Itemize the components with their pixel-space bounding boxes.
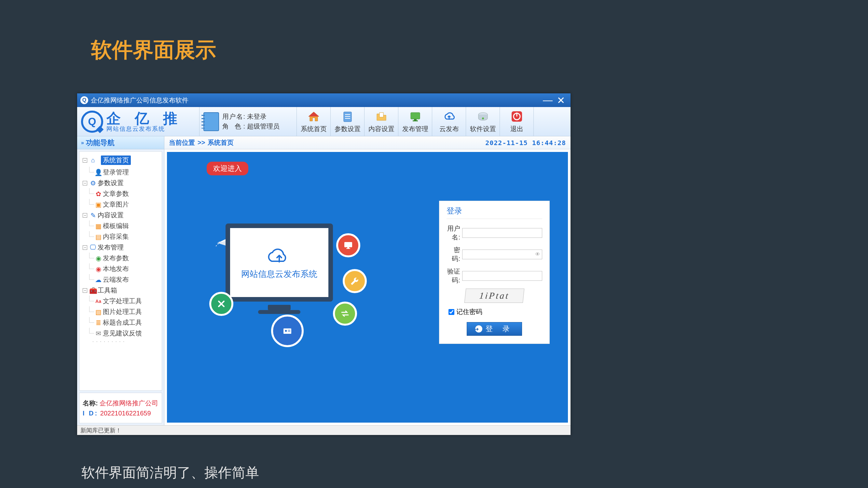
breadcrumb-timestamp: 2022-11-15 16:44:28 bbox=[485, 139, 566, 147]
toolbox-icon: 🧰 bbox=[90, 287, 96, 294]
toolbar-label: 软件设置 bbox=[470, 125, 496, 133]
bubble-swap-icon bbox=[333, 301, 357, 326]
svg-rect-4 bbox=[379, 112, 383, 117]
login-box: 登录 用户名: 密 码: 👁 验证码: bbox=[439, 201, 550, 344]
app-icon: Q bbox=[81, 96, 88, 104]
collapse-icon[interactable]: − bbox=[83, 158, 87, 163]
captcha-input[interactable] bbox=[462, 271, 542, 281]
breadcrumb-separator: >> bbox=[197, 139, 205, 147]
nav-label: 发布参数 bbox=[103, 254, 129, 263]
nav-item-title-tool[interactable]: ≣ 标题合成工具 bbox=[80, 317, 162, 328]
login-title: 登录 bbox=[446, 206, 542, 219]
nav-item-cloud-pub[interactable]: ☁ 云端发布 bbox=[80, 274, 162, 285]
collapse-icon[interactable]: − bbox=[83, 213, 87, 218]
nav-group-content[interactable]: − ✎ 内容设置 bbox=[80, 210, 162, 221]
nav-item-tpl-edit[interactable]: ▦ 模板编辑 bbox=[80, 221, 162, 231]
toolbar-label: 退出 bbox=[510, 125, 523, 133]
svg-rect-15 bbox=[346, 248, 350, 249]
nav-item-pub-params[interactable]: ◉ 发布参数 bbox=[80, 253, 162, 263]
logo-title: 企 亿 推 bbox=[106, 111, 183, 126]
username-label: 用户名: bbox=[446, 224, 460, 242]
nav-item-img-tool[interactable]: ▧ 图片处理工具 bbox=[80, 306, 162, 317]
nav-tree: − ⌂ 系统首页 👤 登录管理 − ⚙ 参数设置 ✿ 文章参数 bbox=[79, 151, 162, 391]
footer-id-value: 20221016221659 bbox=[100, 410, 151, 417]
logo-letter: Q bbox=[88, 116, 96, 128]
gear-icon: ✿ bbox=[95, 190, 101, 198]
eye-icon[interactable]: 👁 bbox=[535, 252, 540, 257]
titlebar-text: 企亿推网络推广公司信息发布软件 bbox=[91, 96, 188, 105]
text-icon: Aa bbox=[95, 299, 101, 304]
nav-group-tools[interactable]: − 🧰 工具箱 bbox=[80, 285, 162, 296]
slide-title: 软件界面展示 bbox=[91, 36, 216, 64]
nav-group-home[interactable]: − ⌂ 系统首页 bbox=[80, 154, 162, 167]
toolbar: 系统首页 参数设置 内容设置 发布管理 bbox=[297, 107, 570, 136]
username-input[interactable] bbox=[462, 228, 542, 238]
svg-rect-6 bbox=[414, 119, 416, 120]
bubble-id-icon bbox=[271, 315, 304, 347]
sidebar-footer: 名称: 企亿推网络推广公司 I D: 20221016221659 bbox=[79, 393, 162, 423]
close-button[interactable]: ✕ bbox=[554, 95, 567, 106]
nav-label: 内容采集 bbox=[103, 232, 129, 241]
nav-item-login-mgmt[interactable]: 👤 登录管理 bbox=[80, 167, 162, 177]
monitor-graphic: 网站信息云发布系统 bbox=[225, 224, 333, 301]
image-icon: ▣ bbox=[95, 201, 101, 208]
power-icon bbox=[510, 110, 524, 123]
breadcrumb-label: 当前位置 bbox=[169, 138, 195, 147]
nav-label: 发布管理 bbox=[98, 243, 124, 252]
sidebar-header: » 功能导航 bbox=[77, 136, 164, 149]
nav-label: 本地发布 bbox=[103, 264, 129, 273]
cloud-icon bbox=[265, 246, 294, 265]
monitor-icon: 🖵 bbox=[90, 244, 96, 251]
nav-item-art-params[interactable]: ✿ 文章参数 bbox=[80, 188, 162, 199]
titlebar: Q 企亿推网络推广公司信息发布软件 — ✕ bbox=[77, 93, 570, 107]
svg-point-17 bbox=[285, 330, 287, 332]
login-button[interactable]: ➜ 登 录 bbox=[467, 322, 522, 336]
toolbar-settings-button[interactable]: 软件设置 bbox=[466, 107, 500, 136]
statusbar: 新闻库已更新！ bbox=[77, 425, 570, 435]
bubble-x-icon bbox=[209, 292, 234, 316]
toolbar-params-button[interactable]: 参数设置 bbox=[331, 107, 365, 136]
password-input[interactable] bbox=[462, 250, 542, 259]
captcha-image[interactable]: 1iPtat bbox=[464, 289, 525, 303]
nav-item-text-tool[interactable]: Aa 文字处理工具 bbox=[80, 296, 162, 306]
notepad-icon bbox=[341, 110, 354, 123]
toolbar-cloud-button[interactable]: 云发布 bbox=[432, 107, 466, 136]
nav-item-collect[interactable]: ▤ 内容采集 bbox=[80, 231, 162, 242]
header: Q 企 亿 推 网站信息云发布系统 用户名: 未登录 角 色: 超级管理员 bbox=[77, 107, 570, 136]
toolbar-label: 发布管理 bbox=[402, 125, 428, 133]
collapse-icon[interactable]: − bbox=[83, 288, 87, 293]
play-icon: ◉ bbox=[95, 265, 101, 273]
bubble-wrench-icon bbox=[343, 269, 367, 293]
nav-label: 标题合成工具 bbox=[103, 318, 142, 327]
content-pane: 当前位置 >> 系统首页 2022-11-15 16:44:28 欢迎进入 bbox=[164, 136, 570, 425]
nav-label: 模板编辑 bbox=[103, 222, 129, 230]
bubble-monitor-icon bbox=[336, 233, 360, 257]
nav-item-art-images[interactable]: ▣ 文章图片 bbox=[80, 199, 162, 210]
breadcrumb-page: 系统首页 bbox=[208, 138, 234, 147]
svg-rect-7 bbox=[413, 120, 418, 121]
nav-item-feedback[interactable]: ✉ 意见建议反馈 bbox=[80, 328, 162, 339]
sidebar: » 功能导航 − ⌂ 系统首页 👤 登录管理 − ⚙ 参数设置 bbox=[77, 136, 164, 425]
nav-label: 系统首页 bbox=[101, 156, 131, 165]
toolbar-label: 内容设置 bbox=[368, 125, 395, 133]
toolbar-exit-button[interactable]: 退出 bbox=[500, 107, 534, 136]
remember-checkbox[interactable] bbox=[448, 309, 454, 315]
toolbar-home-button[interactable]: 系统首页 bbox=[297, 107, 331, 136]
play-icon: ◉ bbox=[95, 254, 101, 262]
role-value: 超级管理员 bbox=[247, 122, 280, 131]
collapse-icon[interactable]: − bbox=[83, 245, 87, 250]
nav-group-params[interactable]: − ⚙ 参数设置 bbox=[80, 177, 162, 188]
collapse-icon[interactable]: − bbox=[83, 181, 87, 186]
toolbar-publish-button[interactable]: 发布管理 bbox=[398, 107, 432, 136]
toolbar-content-button[interactable]: 内容设置 bbox=[365, 107, 398, 136]
monitor-text: 网站信息云发布系统 bbox=[241, 268, 317, 280]
nav-item-local-pub[interactable]: ◉ 本地发布 bbox=[80, 263, 162, 274]
nav-group-publish[interactable]: − 🖵 发布管理 bbox=[80, 242, 162, 253]
arrow-right-icon: ➜ bbox=[475, 325, 482, 332]
role-label: 角 色: bbox=[222, 122, 245, 131]
nav-label: 文字处理工具 bbox=[103, 297, 142, 305]
app-window: Q 企亿推网络推广公司信息发布软件 — ✕ Q 企 亿 推 网站信息云发布系统 … bbox=[77, 93, 570, 435]
minimize-button[interactable]: — bbox=[541, 95, 554, 106]
sidebar-header-label: 功能导航 bbox=[86, 138, 115, 148]
home-icon: ⌂ bbox=[90, 157, 96, 164]
